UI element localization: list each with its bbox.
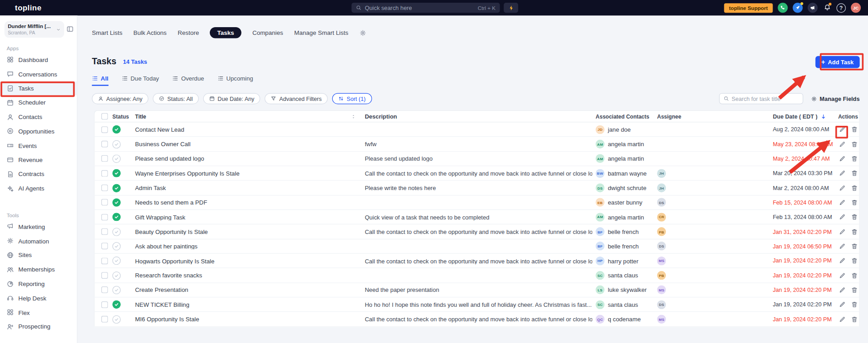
checkbox[interactable] — [101, 272, 108, 279]
view-tab-due-today[interactable]: Due Today — [122, 75, 159, 86]
status-done-icon[interactable] — [113, 169, 121, 177]
status-open-icon[interactable] — [113, 154, 121, 162]
status-open-icon[interactable] — [113, 257, 121, 265]
sidebar-item-sites[interactable]: Sites — [0, 248, 77, 262]
sidebar-item-scheduler[interactable]: Scheduler — [0, 95, 77, 110]
sidebar-item-contracts[interactable]: Contracts — [0, 167, 77, 181]
sidebar-item-ai-agents[interactable]: AI Agents — [0, 181, 77, 196]
checkbox[interactable] — [101, 170, 108, 177]
delete-task-button[interactable] — [850, 126, 858, 133]
sidebar-item-contacts[interactable]: Contacts — [0, 110, 77, 124]
edit-task-button[interactable] — [838, 126, 846, 133]
delete-task-button[interactable] — [850, 140, 858, 148]
status-done-icon[interactable] — [113, 125, 121, 133]
edit-task-button[interactable] — [838, 315, 846, 323]
nav-tab-companies[interactable]: Companies — [252, 29, 283, 36]
edit-task-button[interactable] — [838, 155, 846, 162]
sidebar-item-tasks[interactable]: Tasks — [0, 81, 77, 96]
status-open-icon[interactable] — [113, 272, 121, 280]
status-open-icon[interactable] — [113, 286, 121, 294]
sidebar-item-flex[interactable]: Flex — [0, 305, 77, 319]
sidebar-item-dashboard[interactable]: Dashboard — [0, 52, 77, 67]
delete-task-button[interactable] — [850, 286, 858, 294]
checkbox[interactable] — [101, 316, 108, 323]
sidebar-item-marketing[interactable]: Marketing — [0, 219, 77, 234]
edit-task-button[interactable] — [838, 243, 846, 250]
checkbox[interactable] — [101, 243, 108, 250]
add-task-button[interactable]: + Add Task — [815, 56, 860, 68]
checkbox[interactable] — [101, 113, 108, 120]
edit-task-button[interactable] — [838, 184, 846, 192]
checkbox[interactable] — [101, 229, 108, 235]
column-header-actions[interactable]: Actions — [836, 113, 859, 119]
edit-task-button[interactable] — [838, 169, 846, 177]
delete-task-button[interactable] — [850, 257, 858, 265]
checkbox[interactable] — [101, 199, 108, 206]
delete-task-button[interactable] — [850, 199, 858, 206]
column-header-due-date-edt[interactable]: Due Date ( EDT ) — [769, 113, 836, 119]
sidebar-item-events[interactable]: Events — [0, 138, 77, 153]
sidebar-item-memberships[interactable]: Memberships — [0, 262, 77, 277]
megaphone-icon[interactable] — [808, 3, 818, 13]
collapse-sidebar-icon[interactable] — [66, 25, 74, 33]
edit-task-button[interactable] — [838, 228, 846, 235]
sort-desc-icon[interactable] — [820, 113, 826, 119]
checkbox[interactable] — [101, 126, 108, 133]
column-header-associated-contacts[interactable]: Associated Contacts — [592, 113, 654, 119]
checkbox[interactable] — [101, 185, 108, 191]
status-open-icon[interactable] — [113, 242, 121, 250]
view-tab-all[interactable]: All — [92, 75, 108, 86]
view-tab-overdue[interactable]: Overdue — [172, 75, 204, 86]
delete-task-button[interactable] — [850, 315, 858, 323]
checkbox[interactable] — [101, 155, 108, 162]
global-search[interactable]: Quick search here Ctrl + K — [352, 3, 500, 13]
nav-tab-restore[interactable]: Restore — [178, 29, 199, 36]
sort-icon[interactable] — [351, 114, 356, 119]
edit-task-button[interactable] — [838, 199, 846, 206]
edit-task-button[interactable] — [838, 257, 846, 265]
column-header-status[interactable]: Status — [108, 113, 132, 119]
delete-task-button[interactable] — [850, 243, 858, 250]
support-button[interactable]: topline Support — [724, 3, 773, 13]
column-header-assignee[interactable]: Assignee — [654, 113, 769, 119]
nav-tab-tasks[interactable]: Tasks — [210, 27, 241, 38]
delete-task-button[interactable] — [850, 169, 858, 177]
edit-task-button[interactable] — [838, 286, 846, 294]
nav-tab-smart-lists[interactable]: Smart Lists — [92, 29, 122, 36]
sidebar-item-opportunities[interactable]: Opportunities — [0, 124, 77, 138]
nav-tab-bulk-actions[interactable]: Bulk Actions — [133, 29, 166, 36]
edit-task-button[interactable] — [838, 140, 846, 148]
filter-due-date-any[interactable]: Due Date: Any — [203, 93, 260, 104]
status-open-icon[interactable] — [113, 315, 121, 323]
view-tab-upcoming[interactable]: Upcoming — [217, 75, 253, 86]
filter-status-all[interactable]: Status: All — [153, 93, 198, 104]
filter-advanced-filters[interactable]: Advanced Filters — [265, 93, 328, 104]
delete-task-button[interactable] — [850, 213, 858, 221]
edit-task-button[interactable] — [838, 301, 846, 309]
checkbox[interactable] — [101, 257, 108, 264]
edit-task-button[interactable] — [838, 272, 846, 279]
notifications-bell-icon[interactable] — [823, 3, 832, 13]
delete-task-button[interactable] — [850, 184, 858, 192]
status-done-icon[interactable] — [113, 213, 121, 221]
sidebar-item-help-desk[interactable]: Help Desk — [0, 291, 77, 305]
status-done-icon[interactable] — [113, 184, 121, 192]
filter-sort-1[interactable]: Sort (1) — [332, 93, 372, 104]
delete-task-button[interactable] — [850, 155, 858, 162]
sidebar-item-conversations[interactable]: Conversations — [0, 67, 77, 81]
checkbox[interactable] — [101, 214, 108, 220]
edit-task-button[interactable] — [838, 213, 846, 221]
location-switcher[interactable]: Dunder Mifflin [... Scranton, PA — [5, 21, 64, 38]
rocket-icon[interactable] — [793, 3, 802, 13]
nav-settings-gear-icon[interactable] — [359, 29, 367, 36]
nav-tab-manage-smart-lists[interactable]: Manage Smart Lists — [294, 29, 349, 36]
checkbox[interactable] — [101, 301, 108, 308]
delete-task-button[interactable] — [850, 228, 858, 235]
status-done-icon[interactable] — [113, 198, 121, 206]
status-open-icon[interactable] — [113, 140, 121, 148]
status-open-icon[interactable] — [113, 228, 121, 236]
column-header-title[interactable]: Title — [132, 113, 361, 119]
manage-fields-button[interactable]: Manage Fields — [811, 95, 859, 102]
quick-actions-button[interactable] — [504, 3, 518, 13]
sidebar-item-revenue[interactable]: Revenue — [0, 152, 77, 167]
